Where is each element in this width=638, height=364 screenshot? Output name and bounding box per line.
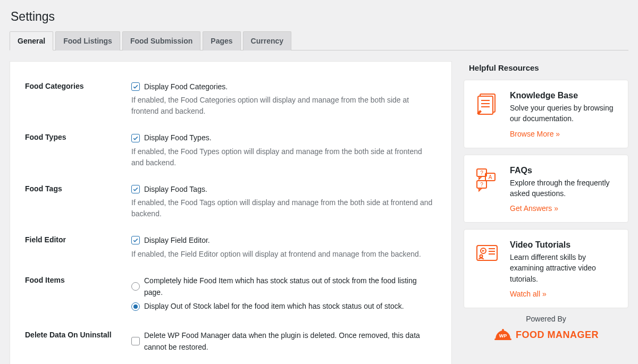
label-food-types: Food Types [25,132,131,141]
link-watch-all[interactable]: Watch all » [510,290,547,298]
faq-icon: ? A ? [474,166,500,192]
radio-label: Completely hide Food Item which has stoc… [144,275,436,299]
checkbox-label: Display Field Editor. [144,234,210,246]
page-title: Settings [11,10,628,24]
checkbox-label: Display Food Tags. [144,183,207,195]
label-food-tags: Food Tags [25,183,131,193]
radio-label: Display Out of Stock label for the food … [144,300,404,312]
radio-show-label-out-of-stock[interactable] [131,302,140,311]
desc-food-types: If enabled, the Food Types option will d… [131,146,436,168]
desc-food-categories: If enabled, the Food Categories option w… [131,95,436,117]
checkbox-food-tags[interactable] [131,185,140,193]
sidebar: Helpful Resources Knowledge Base Solve y… [464,61,628,342]
card-desc: Solve your queries by browsing our docum… [510,103,618,124]
card-video-tutorials: Video Tutorials Learn different skills b… [464,229,628,308]
checkbox-field-editor[interactable] [131,236,140,244]
card-faqs: ? A ? FAQs Explore through the frequentl… [464,155,628,223]
link-browse-more[interactable]: Browse More » [510,130,560,138]
radio-hide-out-of-stock[interactable] [131,282,140,291]
checkbox-delete-data[interactable] [131,337,140,345]
label-delete-data: Delete Data On Uninstall [25,329,131,339]
tab-general[interactable]: General [10,31,53,50]
card-desc: Explore through the frequently asked que… [510,177,618,199]
cloche-icon: WP [493,327,513,342]
settings-panel: Food Categories Display Food Categories.… [10,61,452,364]
svg-text:A: A [489,174,492,180]
card-knowledge-base: Knowledge Base Solve your queries by bro… [464,80,628,148]
brand-logo: WP FOOD MANAGER [464,327,628,342]
tab-currency[interactable]: Currency [243,31,291,50]
logo-badge-text: WP [499,333,507,338]
desc-food-tags: If enabled, the Food Tags option will di… [131,197,436,219]
card-title: FAQs [510,166,618,175]
card-desc: Learn different skills by examining attr… [510,252,618,284]
card-title: Knowledge Base [510,91,618,100]
svg-point-18 [502,329,504,331]
sidebar-heading: Helpful Resources [469,63,628,72]
powered-by-text: Powered By [464,315,628,323]
logo-text: FOOD MANAGER [516,329,599,341]
checkbox-food-categories[interactable] [131,82,140,91]
checkbox-label: Display Food Types. [144,132,212,143]
desc-field-editor: If enabled, the Field Editor option will… [131,249,436,260]
checkbox-label: Display Food Categories. [144,81,228,92]
tab-pages[interactable]: Pages [203,31,240,50]
svg-point-16 [480,255,483,258]
link-get-answers[interactable]: Get Answers » [510,204,558,213]
card-title: Video Tutorials [510,240,618,250]
svg-text:?: ? [480,182,483,188]
checkbox-label: Delete WP Food Manager data when the plu… [144,329,436,353]
checkbox-food-types[interactable] [131,134,140,142]
svg-text:?: ? [480,170,483,176]
tab-food-listings[interactable]: Food Listings [55,31,120,50]
label-food-items: Food Items [25,275,131,284]
svg-rect-17 [494,338,511,340]
video-icon [474,240,500,267]
tab-food-submission[interactable]: Food Submission [122,31,200,50]
settings-tabs: General Food Listings Food Submission Pa… [10,31,628,50]
knowledge-base-icon [474,91,500,117]
label-food-categories: Food Categories [25,81,131,90]
label-field-editor: Field Editor [25,234,131,244]
